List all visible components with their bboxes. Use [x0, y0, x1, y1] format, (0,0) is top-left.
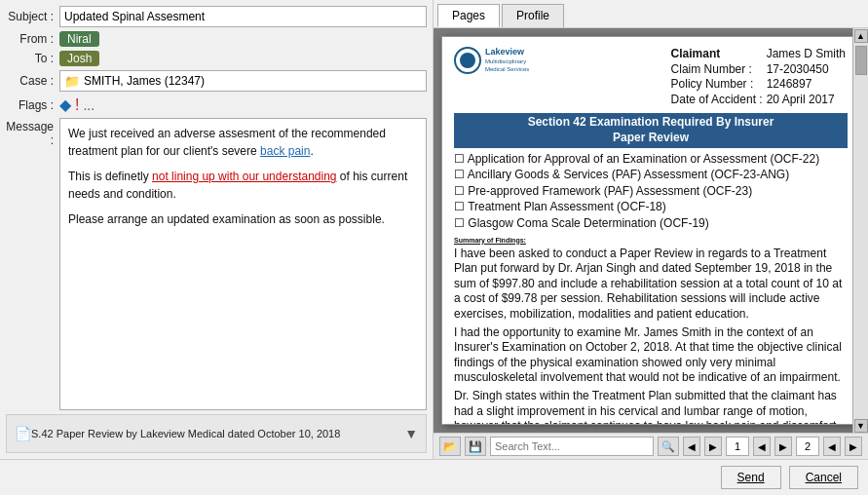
cancel-button[interactable]: Cancel — [789, 466, 858, 489]
scroll-down-btn[interactable]: ▼ — [854, 419, 868, 433]
doc-checkboxes: ☐ Application for Approval of an Examina… — [454, 152, 848, 232]
message-line1: We just received an adverse assesment of… — [68, 125, 418, 160]
case-value: SMITH, James (12347) — [84, 74, 205, 88]
search-icon[interactable]: 🔍 — [658, 437, 679, 456]
message-line3: Please arrange an updated examination as… — [68, 210, 418, 228]
scroll-bar-right[interactable]: ▲ ▼ — [852, 28, 868, 433]
next-page-btn[interactable]: ▶ — [704, 437, 722, 456]
flags-label: Flags : — [6, 98, 59, 112]
attachment-bar[interactable]: 📄 S.42 Paper Review by Lakeview Medical … — [6, 414, 427, 453]
total-pages-num: 2 — [796, 437, 819, 456]
document-page: Lakeview Multidisciplinary Medical Servi… — [441, 36, 860, 425]
prev-page-btn[interactable]: ◀ — [683, 437, 700, 456]
attachment-chevron-icon[interactable]: ▼ — [404, 426, 418, 441]
subject-input[interactable] — [59, 6, 427, 27]
doc-logo: Lakeview Multidisciplinary Medical Servi… — [454, 47, 529, 74]
attachment-doc-icon: 📄 — [15, 426, 31, 441]
bottom-bar: Send Cancel — [0, 459, 868, 495]
message-label: Message : — [6, 118, 59, 410]
folder-icon: 📁 — [64, 74, 80, 89]
subject-label: Subject : — [6, 10, 59, 23]
highlight-back-pain: back pain — [260, 144, 310, 158]
from-label: From : — [6, 32, 59, 46]
message-line2: This is definetly not lining up with our… — [68, 168, 418, 203]
flag-blue-icon[interactable]: ◆ — [59, 95, 71, 114]
tab-pages[interactable]: Pages — [437, 4, 500, 27]
subject-row: Subject : — [6, 6, 427, 27]
to-row: To : Josh — [6, 51, 427, 66]
message-row: Message : We just received an adverse as… — [6, 118, 427, 410]
last-next-btn[interactable]: ▶ — [845, 437, 862, 456]
to-label: To : — [6, 52, 59, 65]
doc-summary-title: Summary of Findings: — [454, 236, 848, 245]
highlight-not-lining: not lining up with our understanding — [152, 170, 336, 183]
flag-more-icon[interactable]: ... — [83, 97, 94, 113]
page-fwd-btn[interactable]: ▶ — [774, 437, 792, 456]
flags-row: Flags : ◆ ! ... — [6, 95, 427, 114]
current-page-num[interactable]: 1 — [726, 437, 749, 456]
message-body[interactable]: We just received an adverse assesment of… — [59, 118, 427, 410]
save-btn[interactable]: 💾 — [465, 437, 486, 456]
viewer-toolbar: 📂 💾 🔍 ◀ ▶ 1 ◀ ▶ 2 ◀ ▶ — [434, 433, 868, 459]
attachment-label: S.42 Paper Review by Lakeview Medical da… — [31, 428, 396, 439]
to-tag[interactable]: Josh — [59, 51, 99, 66]
logo-sub1-text: Multidisciplinary — [485, 58, 529, 66]
tabs-row: Pages Profile — [434, 0, 868, 28]
from-tag[interactable]: Niral — [59, 31, 99, 47]
search-input[interactable] — [490, 437, 654, 456]
case-field[interactable]: 📁 SMITH, James (12347) — [59, 70, 427, 92]
document-viewer: Lakeview Multidisciplinary Medical Servi… — [434, 28, 868, 433]
doc-title: Section 42 Examination Required By Insur… — [454, 113, 848, 147]
tab-profile[interactable]: Profile — [502, 4, 564, 27]
open-folder-btn[interactable]: 📂 — [439, 437, 461, 456]
logo-main-text: Lakeview — [485, 47, 529, 58]
flag-red-icon[interactable]: ! — [75, 96, 79, 114]
logo-sub2-text: Medical Services — [485, 66, 529, 74]
send-button[interactable]: Send — [721, 466, 781, 489]
doc-summary: I have been asked to conduct a Paper Rev… — [454, 247, 848, 424]
from-row: From : Niral — [6, 31, 427, 47]
last-prev-btn[interactable]: ◀ — [823, 437, 841, 456]
case-row: Case : 📁 SMITH, James (12347) — [6, 70, 427, 92]
scroll-up-btn[interactable]: ▲ — [854, 29, 868, 43]
doc-claim-info: ClaimantJames D Smith Claim Number :17-2… — [669, 47, 848, 107]
page-back-btn[interactable]: ◀ — [753, 437, 771, 456]
case-label: Case : — [6, 74, 59, 88]
